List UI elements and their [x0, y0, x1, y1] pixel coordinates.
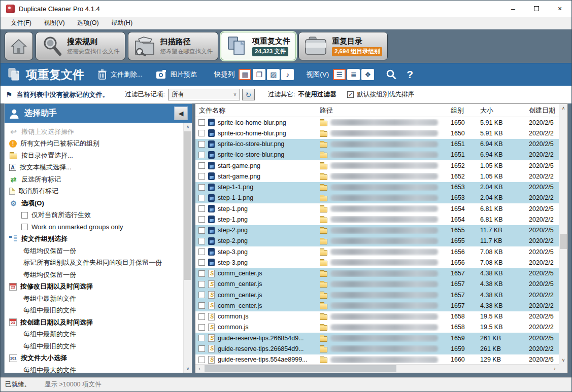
row-checkbox[interactable] [198, 227, 205, 234]
row-checkbox[interactable] [198, 302, 205, 309]
table-row[interactable]: step-2.png165511.7 KB2020/2/5 [195, 225, 559, 236]
table-vscroll-thumb[interactable] [560, 234, 567, 249]
sidebar-item[interactable]: 取消所有标记 [8, 186, 182, 198]
search-icon[interactable] [385, 68, 397, 81]
table-row[interactable]: comm_center.js16574.38 KB2020/2/2 [195, 290, 559, 300]
image-preview-button[interactable]: 图片预览 [156, 69, 197, 80]
table-row[interactable]: start-game.png16521.05 KB2020/2/5 [195, 160, 559, 171]
table-row[interactable]: guide-reserve-tips.266854d9...1659261 KB… [195, 343, 559, 354]
sidebar-item[interactable]: 每组中最旧的文件 [8, 305, 182, 317]
sidebar-scrollbar[interactable]: ∧ ∨ [183, 123, 192, 373]
sidebar-item[interactable]: ↩撤销上次选择操作 [8, 126, 182, 138]
column-header[interactable]: 创建日期 [525, 106, 559, 115]
sidebar-item[interactable]: 按修改日期以及时间选择 [8, 281, 182, 293]
table-row[interactable]: step-1.png16546.81 KB2020/2/5 [195, 203, 559, 214]
scan-paths-button[interactable]: 扫描路径您希望在哪查找文件 [128, 32, 219, 60]
table-row[interactable]: step-1-1.png16532.04 KB2020/2/2 [195, 193, 559, 203]
row-checkbox[interactable] [198, 119, 205, 126]
checkbox-unchecked-icon[interactable] [21, 224, 28, 230]
table-row[interactable]: step-3.png16567.08 KB2020/2/5 [195, 246, 559, 257]
row-checkbox[interactable] [198, 152, 205, 158]
row-checkbox[interactable] [198, 130, 205, 136]
quick-col-grid-button[interactable]: ▦ [239, 69, 251, 80]
row-checkbox[interactable] [198, 248, 205, 255]
scroll-down-icon[interactable]: ∨ [559, 356, 567, 364]
row-checkbox[interactable] [198, 357, 205, 363]
table-row[interactable]: sprite-ico-store-blur.png16516.94 KB2020… [195, 139, 559, 150]
checkbox-unchecked-icon[interactable] [21, 212, 28, 219]
sort-by-group-checkbox[interactable]: ✓ 默认按组别优先排序 [347, 90, 414, 99]
row-checkbox[interactable] [198, 270, 205, 277]
row-checkbox[interactable] [198, 335, 205, 341]
sidebar-item[interactable]: 按文件大小选择 [8, 352, 182, 365]
table-row[interactable]: step-1.png16546.81 KB2020/2/2 [195, 214, 559, 225]
sidebar-item[interactable]: 标记所有组别以及文件夹相同的项目并保留一份 [8, 257, 182, 269]
home-button[interactable] [5, 32, 33, 60]
sidebar-item[interactable]: 每组均仅保留一份 [8, 245, 182, 257]
view-details-button[interactable]: ≣ [347, 69, 360, 80]
row-checkbox[interactable] [198, 173, 205, 180]
table-row[interactable]: step-3.png16567.08 KB2020/2/2 [195, 257, 559, 268]
collapse-panel-button[interactable]: ◀ [174, 106, 188, 120]
sidebar-item[interactable]: 每组中最新的文件 [8, 293, 182, 305]
quick-col-image-button[interactable]: ▨ [267, 69, 280, 80]
column-header[interactable]: 组别 [447, 106, 477, 115]
duplicate-folders-button[interactable]: 重复目录2,694 组目录组别 [298, 32, 388, 60]
row-checkbox[interactable] [198, 195, 205, 201]
table-row[interactable]: step-2.png165511.7 KB2020/2/2 [195, 236, 559, 246]
table-row[interactable]: common.js165819.5 KB2020/2/2 [195, 322, 559, 333]
column-header[interactable]: 文件名称 [195, 106, 316, 115]
sidebar-item[interactable]: 按目录位置选择... [8, 150, 182, 162]
sidebar-item[interactable]: 每组中最大的文件 [8, 364, 182, 373]
row-checkbox[interactable] [198, 205, 205, 212]
table-row[interactable]: comm_center.js16574.38 KB2020/2/2 [195, 300, 559, 311]
table-row[interactable]: start-game.png16521.05 KB2020/2/2 [195, 171, 559, 182]
menu-item[interactable]: 帮助(H) [105, 17, 139, 29]
scroll-right-icon[interactable]: › [551, 365, 559, 373]
row-checkbox[interactable] [198, 292, 205, 298]
close-button[interactable]: × [548, 1, 571, 17]
table-row[interactable]: common.js165819.5 KB2020/2/5 [195, 311, 559, 322]
sidebar-item[interactable]: 仅对当前所选行生效 [8, 209, 182, 222]
table-row[interactable]: guide-reserve-tips.554ae8999...1660129 K… [195, 354, 559, 365]
scroll-down-icon[interactable]: ∨ [184, 365, 192, 373]
table-row[interactable]: sprite-ico-store-blur.png16516.94 KB2020… [195, 150, 559, 160]
row-checkbox[interactable] [198, 184, 205, 191]
sidebar-item[interactable]: ⇄反选所有标记 [8, 173, 182, 186]
sidebar-item[interactable]: 每组均仅保留一份 [8, 269, 182, 281]
column-header[interactable]: 大小 [477, 106, 525, 115]
table-row[interactable]: sprite-ico-home-blur.png16505.91 KB2020/… [195, 117, 559, 128]
table-row[interactable]: comm_center.js16574.38 KB2020/2/5 [195, 268, 559, 279]
quick-col-audio-button[interactable]: ♪ [281, 69, 294, 80]
maximize-button[interactable] [525, 1, 548, 17]
table-vertical-scrollbar[interactable]: ∧ ∨ [559, 104, 567, 364]
row-checkbox[interactable] [198, 162, 205, 169]
scroll-left-icon[interactable]: ‹ [195, 365, 204, 373]
table-hscroll-thumb[interactable] [205, 365, 396, 372]
minimize-button[interactable]: – [501, 1, 525, 17]
duplicate-files-button[interactable]: 项重复文件24,323 文件 [221, 32, 296, 60]
table-row[interactable]: step-1-1.png16532.04 KB2020/2/5 [195, 182, 559, 193]
sidebar-item[interactable]: 每组中最旧的文件 [8, 340, 182, 352]
column-header[interactable]: 路径 [316, 106, 447, 115]
view-tiles-button[interactable]: ❖ [361, 69, 374, 80]
help-icon[interactable]: ? [407, 68, 413, 81]
row-checkbox[interactable] [198, 238, 205, 244]
row-checkbox[interactable] [198, 259, 205, 266]
row-checkbox[interactable] [198, 313, 205, 320]
sidebar-item[interactable]: 按文件组别选择 [8, 233, 182, 245]
filter-marked-dropdown[interactable]: 所有 ˅ [168, 89, 240, 100]
sidebar-item[interactable]: ⚙选项(O) [8, 197, 182, 209]
menu-item[interactable]: 选项(O) [71, 17, 105, 29]
quick-col-cascade-button[interactable]: ❐ [253, 69, 265, 80]
table-horizontal-scrollbar[interactable]: ‹ › [195, 364, 559, 373]
view-list-button[interactable]: ☰ [333, 69, 346, 80]
sidebar-item[interactable]: !所有文件均已被标记的组别 [8, 138, 182, 150]
scroll-up-icon[interactable]: ∧ [184, 123, 192, 131]
menu-item[interactable]: 文件(F) [5, 17, 38, 29]
table-row[interactable]: comm_center.js16574.38 KB2020/2/5 [195, 279, 559, 290]
search-rules-button[interactable]: 搜索规则您需要查找什么文件 [36, 32, 125, 60]
row-checkbox[interactable] [198, 281, 205, 288]
scroll-up-icon[interactable]: ∧ [559, 104, 567, 112]
refresh-filter-button[interactable]: ↻ [242, 89, 255, 100]
